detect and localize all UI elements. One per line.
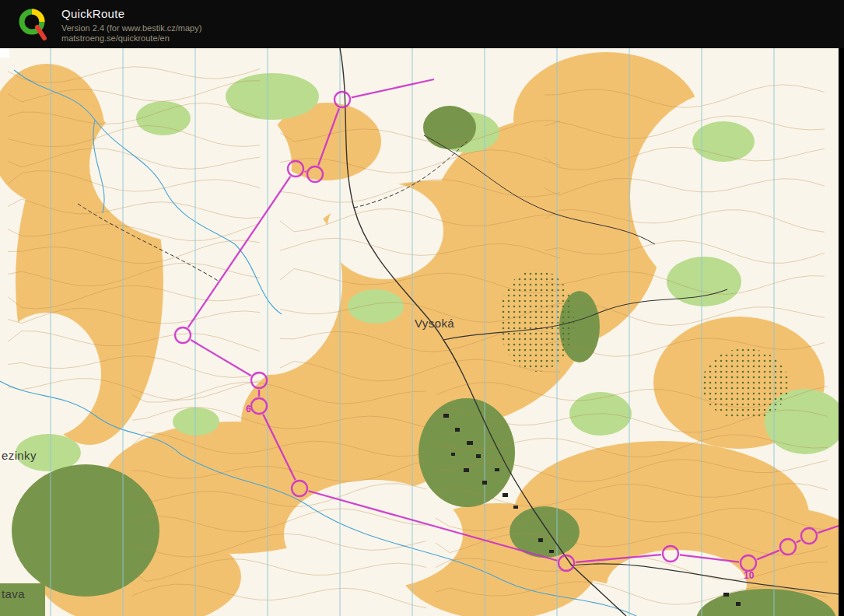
map-svg: 610 [0, 48, 839, 616]
right-gutter [839, 48, 844, 616]
header: QuickRoute Version 2.4 (for www.bestik.c… [0, 0, 844, 48]
quickroute-logo-icon [16, 6, 49, 42]
map-place-label: ezinky [2, 449, 37, 462]
svg-text:10: 10 [744, 570, 755, 581]
svg-text:6: 6 [246, 404, 251, 415]
version-text: Version 2.4 (for www.bestik.cz/mapy) [61, 23, 201, 33]
map-place-label: Vysoká [415, 317, 454, 330]
app-title: QuickRoute [61, 7, 124, 20]
url-text: matstroeng.se/quickroute/en [61, 33, 170, 43]
map-canvas[interactable]: 610 Vysokáezinkytava [0, 48, 839, 616]
terrain-layer [0, 48, 839, 616]
map-place-label: tava [2, 587, 25, 600]
